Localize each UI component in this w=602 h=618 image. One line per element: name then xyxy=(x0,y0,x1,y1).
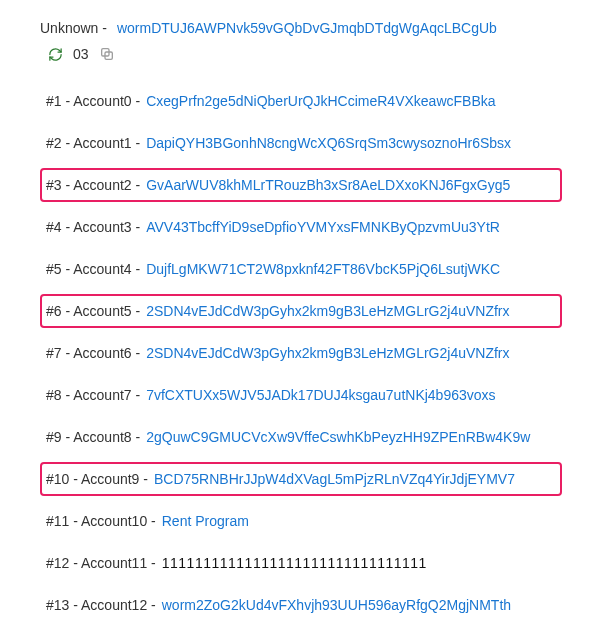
account-address-link[interactable]: 2SDN4vEJdCdW3pGyhx2km9gB3LeHzMGLrG2j4uVN… xyxy=(146,345,509,361)
account-address-link[interactable]: GvAarWUV8khMLrTRouzBh3xSr8AeLDXxoKNJ6Fgx… xyxy=(146,177,510,193)
account-address-link[interactable]: CxegPrfn2ge5dNiQberUrQJkHCcimeR4VXkeawcF… xyxy=(146,93,495,109)
account-list: #1 - Account0 - CxegPrfn2ge5dNiQberUrQJk… xyxy=(40,84,562,618)
copy-icon[interactable] xyxy=(99,46,115,62)
account-value: 11111111111111111111111111111111 xyxy=(162,555,427,571)
tools-row: 03 xyxy=(48,46,562,62)
header-address-link[interactable]: wormDTUJ6AWPNvk59vGQbDvGJmqbDTdgWgAqcLBC… xyxy=(117,20,497,36)
account-row: #5 - Account4 - DujfLgMKW71CT2W8pxknf42F… xyxy=(40,252,562,286)
account-label: #11 - Account10 - xyxy=(46,513,156,529)
account-address-link[interactable]: DapiQYH3BGonhN8cngWcXQ6SrqSm3cwysoznoHr6… xyxy=(146,135,511,151)
account-label: #2 - Account1 - xyxy=(46,135,140,151)
account-label: #13 - Account12 - xyxy=(46,597,156,613)
account-row: #13 - Account12 - worm2ZoG2kUd4vFXhvjh93… xyxy=(40,588,562,618)
account-row: #7 - Account6 - 2SDN4vEJdCdW3pGyhx2km9gB… xyxy=(40,336,562,370)
account-label: #7 - Account6 - xyxy=(46,345,140,361)
account-address-link[interactable]: 2SDN4vEJdCdW3pGyhx2km9gB3LeHzMGLrG2j4uVN… xyxy=(146,303,509,319)
account-label: #9 - Account8 - xyxy=(46,429,140,445)
account-label: #1 - Account0 - xyxy=(46,93,140,109)
account-label: #10 - Account9 - xyxy=(46,471,148,487)
account-row: #12 - Account11 - 1111111111111111111111… xyxy=(40,546,562,580)
account-label: #12 - Account11 - xyxy=(46,555,156,571)
account-row: #9 - Account8 - 2gQuwC9GMUCVcXw9VffeCswh… xyxy=(40,420,562,454)
account-row: #10 - Account9 - BCD75RNBHrJJpW4dXVagL5m… xyxy=(40,462,562,496)
account-row: #11 - Account10 - Rent Program xyxy=(40,504,562,538)
account-address-link[interactable]: Rent Program xyxy=(162,513,249,529)
account-row: #2 - Account1 - DapiQYH3BGonhN8cngWcXQ6S… xyxy=(40,126,562,160)
account-row: #3 - Account2 - GvAarWUV8khMLrTRouzBh3xS… xyxy=(40,168,562,202)
account-address-link[interactable]: worm2ZoG2kUd4vFXhvjh93UUH596ayRfgQ2MgjNM… xyxy=(162,597,511,613)
account-label: #6 - Account5 - xyxy=(46,303,140,319)
tools-count: 03 xyxy=(73,46,89,62)
account-address-link[interactable]: 2gQuwC9GMUCVcXw9VffeCswhKbPeyzHH9ZPEnRBw… xyxy=(146,429,530,445)
account-address-link[interactable]: AVV43TbcffYiD9seDpfioYVMYxsFMNKByQpzvmUu… xyxy=(146,219,500,235)
account-row: #1 - Account0 - CxegPrfn2ge5dNiQberUrQJk… xyxy=(40,84,562,118)
account-label: #8 - Account7 - xyxy=(46,387,140,403)
account-row: #8 - Account7 - 7vfCXTUXx5WJV5JADk17DUJ4… xyxy=(40,378,562,412)
account-label: #5 - Account4 - xyxy=(46,261,140,277)
unknown-label: Unknown - xyxy=(40,20,107,36)
account-label: #3 - Account2 - xyxy=(46,177,140,193)
header-row: Unknown - wormDTUJ6AWPNvk59vGQbDvGJmqbDT… xyxy=(40,20,562,36)
account-address-link[interactable]: 7vfCXTUXx5WJV5JADk17DUJ4ksgau7utNKj4b963… xyxy=(146,387,495,403)
account-row: #6 - Account5 - 2SDN4vEJdCdW3pGyhx2km9gB… xyxy=(40,294,562,328)
account-label: #4 - Account3 - xyxy=(46,219,140,235)
account-address-link[interactable]: DujfLgMKW71CT2W8pxknf42FT86VbcK5PjQ6Lsut… xyxy=(146,261,500,277)
account-address-link[interactable]: BCD75RNBHrJJpW4dXVagL5mPjzRLnVZq4YirJdjE… xyxy=(154,471,515,487)
refresh-icon[interactable] xyxy=(48,47,63,62)
account-row: #4 - Account3 - AVV43TbcffYiD9seDpfioYVM… xyxy=(40,210,562,244)
